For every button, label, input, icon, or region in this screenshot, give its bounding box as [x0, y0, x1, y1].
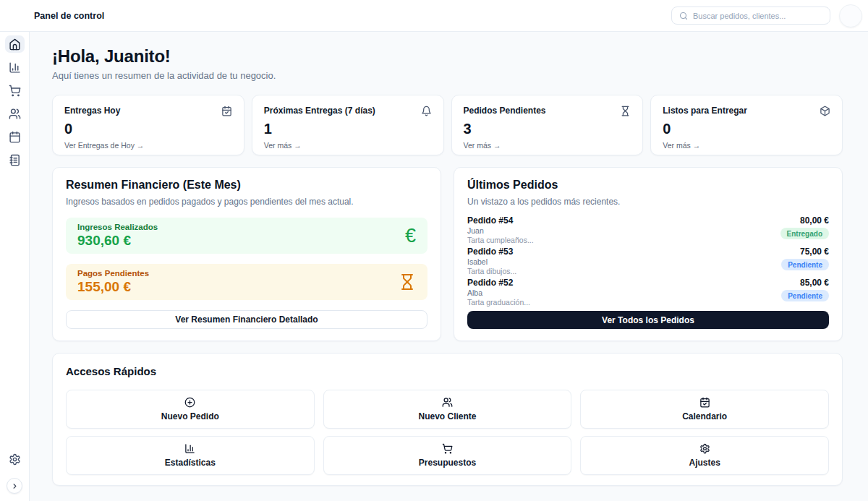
status-badge: Entregado — [780, 228, 829, 239]
search-icon — [679, 12, 688, 20]
stats-row: Entregas Hoy 0 Ver Entregas de Hoy → Pró… — [52, 95, 843, 155]
order-row[interactable]: Pedido #53 Isabel Tarta dibujos... 75,00… — [467, 247, 829, 275]
main-content: ¡Hola, Juanito! Aquí tienes un resumen d… — [30, 32, 868, 486]
order-id: Pedido #53 — [467, 247, 516, 257]
users-icon — [442, 397, 453, 408]
financial-summary-card: Resumen Financiero (Este Mes) Ingresos b… — [52, 167, 441, 341]
sidebar-item-settings[interactable] — [5, 450, 25, 468]
stat-title: Pedidos Pendientes — [464, 106, 546, 116]
bar-chart-icon — [184, 443, 195, 454]
order-id: Pedido #52 — [467, 278, 530, 288]
cart-icon — [442, 443, 453, 454]
pending-amount: 155,00 € — [77, 279, 149, 295]
sidebar-bottom — [5, 450, 25, 494]
latest-orders-card: Últimos Pedidos Un vistazo a los pedidos… — [454, 167, 843, 341]
bar-chart-icon — [9, 61, 21, 74]
sidebar-item-orders[interactable] — [5, 82, 25, 99]
gear-icon — [9, 453, 21, 466]
order-customer: Alba — [467, 288, 530, 297]
cart-icon — [9, 85, 21, 97]
quick-button-label: Nuevo Cliente — [418, 411, 476, 421]
hourglass-icon — [399, 273, 416, 291]
sidebar-item-clients[interactable] — [5, 105, 25, 122]
topbar: Panel de control — [0, 0, 868, 32]
quick-access-card: Accesos Rápidos Nuevo Pedido Nuevo Clien… — [52, 353, 843, 486]
calendar-check-icon — [221, 106, 232, 116]
quick-calendar-button[interactable]: Calendario — [580, 390, 829, 429]
search-input[interactable] — [693, 12, 822, 20]
stat-link-ready-to-deliver[interactable]: Ver más → — [663, 141, 700, 150]
summary-row: Resumen Financiero (Este Mes) Ingresos b… — [52, 167, 843, 341]
stat-card-pending-orders: Pedidos Pendientes 3 Ver más → — [451, 95, 644, 155]
chevron-right-icon — [11, 482, 19, 490]
sidebar-item-calendar[interactable] — [5, 128, 25, 145]
quick-access-grid: Nuevo Pedido Nuevo Cliente Calendario Es… — [66, 390, 829, 475]
income-label: Ingresos Realizados — [77, 223, 158, 231]
order-customer: Isabel — [467, 257, 516, 266]
quick-statistics-button[interactable]: Estadísticas — [66, 436, 315, 475]
greeting-subtitle: Aquí tienes un resumen de la actividad d… — [52, 70, 843, 81]
quick-button-label: Calendario — [682, 411, 727, 421]
orders-list: Pedido #54 Juan Tarta cumpleaños... 80,0… — [467, 215, 829, 307]
stat-title: Próximas Entregas (7 días) — [264, 106, 375, 116]
sidebar-item-dashboard[interactable] — [5, 35, 25, 53]
view-all-orders-button[interactable]: Ver Todos los Pedidos — [467, 311, 829, 329]
plus-circle-icon — [184, 397, 195, 408]
pending-payments-panel: Pagos Pendientes 155,00 € — [66, 264, 427, 300]
bell-icon — [421, 106, 432, 116]
quick-settings-button[interactable]: Ajustes — [580, 436, 829, 475]
stat-value: 0 — [663, 121, 830, 137]
stat-title: Listos para Entregar — [663, 106, 747, 116]
avatar[interactable] — [839, 4, 862, 27]
financial-subtitle: Ingresos basados en pedidos pagados y pa… — [66, 197, 427, 207]
quick-button-label: Presupuestos — [419, 458, 476, 468]
greeting-title: ¡Hola, Juanito! — [52, 46, 843, 67]
stat-link-pending-orders[interactable]: Ver más → — [464, 141, 501, 150]
income-amount: 930,60 € — [77, 233, 158, 249]
quick-button-label: Estadísticas — [165, 458, 216, 468]
euro-icon: € — [405, 225, 416, 247]
order-row[interactable]: Pedido #52 Alba Tarta graduación... 85,0… — [467, 278, 829, 307]
financial-detail-button[interactable]: Ver Resumen Financiero Detallado — [66, 310, 427, 329]
quick-budgets-button[interactable]: Presupuestos — [323, 436, 572, 475]
pending-label: Pagos Pendientes — [77, 269, 149, 278]
financial-title: Resumen Financiero (Este Mes) — [66, 179, 427, 192]
order-product: Tarta dibujos... — [467, 267, 516, 275]
quick-new-order-button[interactable]: Nuevo Pedido — [66, 390, 315, 429]
hourglass-icon — [620, 106, 631, 116]
stat-link-upcoming-deliveries[interactable]: Ver más → — [264, 141, 302, 150]
calendar-icon — [9, 131, 21, 143]
calendar-check-icon — [699, 397, 710, 408]
income-panel: Ingresos Realizados 930,60 € € — [66, 218, 427, 254]
stat-value: 3 — [464, 121, 631, 137]
order-product: Tarta graduación... — [467, 298, 530, 307]
stat-card-ready-to-deliver: Listos para Entregar 0 Ver más → — [650, 95, 843, 155]
sidebar-collapse-button[interactable] — [7, 478, 22, 494]
order-row[interactable]: Pedido #54 Juan Tarta cumpleaños... 80,0… — [467, 215, 829, 244]
sidebar — [0, 32, 30, 501]
quick-button-label: Ajustes — [689, 458, 720, 468]
stat-link-deliveries-today[interactable]: Ver Entregas de Hoy → — [64, 141, 144, 150]
users-icon — [9, 108, 21, 120]
sidebar-item-statistics[interactable] — [5, 59, 25, 76]
status-badge: Pendiente — [781, 290, 829, 301]
quick-new-client-button[interactable]: Nuevo Cliente — [323, 390, 572, 429]
sidebar-item-notes[interactable] — [5, 151, 25, 168]
quick-button-label: Nuevo Pedido — [161, 411, 219, 421]
stat-value: 0 — [64, 121, 232, 137]
home-icon — [9, 38, 21, 51]
status-badge: Pendiente — [781, 259, 829, 270]
stat-card-upcoming-deliveries: Próximas Entregas (7 días) 1 Ver más → — [252, 95, 444, 155]
gear-icon — [699, 443, 710, 454]
stat-value: 1 — [264, 121, 432, 137]
order-price: 85,00 € — [781, 278, 829, 288]
order-product: Tarta cumpleaños... — [467, 236, 534, 244]
search-box[interactable] — [671, 7, 830, 25]
notebook-icon — [9, 154, 21, 166]
page-title: Panel de control — [34, 11, 104, 21]
order-id: Pedido #54 — [467, 215, 534, 226]
order-price: 80,00 € — [780, 215, 829, 226]
package-icon — [820, 106, 830, 116]
orders-title: Últimos Pedidos — [467, 179, 829, 192]
quick-access-title: Accesos Rápidos — [66, 365, 829, 377]
